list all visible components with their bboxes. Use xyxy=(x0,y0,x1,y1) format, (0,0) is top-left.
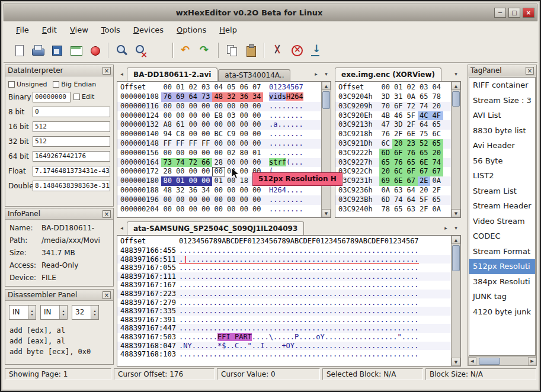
hex-byte-cell[interactable]: 02 xyxy=(225,149,238,158)
tab-dropdown-icon[interactable]: ▾ xyxy=(322,70,331,79)
hex-byte-cell[interactable]: 00 xyxy=(251,111,264,121)
hex-byte-cell[interactable]: 75 xyxy=(418,130,431,139)
scrollbar-thumb[interactable] xyxy=(479,358,500,365)
hex-byte-cell[interactable]: 66 xyxy=(200,158,213,168)
tag-item[interactable]: LIST2 xyxy=(469,168,535,184)
close-icon[interactable]: × xyxy=(103,67,111,75)
sector-text[interactable]: ........................................… xyxy=(179,281,419,289)
hex-byte-cell[interactable]: 70 xyxy=(379,102,392,111)
hex-byte-cell[interactable]: 47 xyxy=(379,120,392,130)
tag-item[interactable]: Stream Format xyxy=(469,244,535,259)
hex-byte-cell[interactable]: 00 xyxy=(225,186,238,195)
hex-byte-cell[interactable]: 28 xyxy=(212,158,225,168)
hex-byte-cell[interactable]: 2F xyxy=(418,205,431,214)
hex-byte-cell[interactable]: 80 xyxy=(161,176,174,186)
hex-byte-cell[interactable]: 6E xyxy=(418,158,431,168)
tab-ba-dd180611-2-avi[interactable]: BA-DD180611-2.avi xyxy=(127,68,217,81)
hex-byte-cell[interactable]: 6F xyxy=(392,149,405,158)
copy-icon[interactable] xyxy=(223,42,240,59)
menu-view[interactable]: View xyxy=(63,23,95,37)
hex-byte-cell[interactable]: 5F xyxy=(418,195,431,205)
tag-item[interactable]: Stream Header xyxy=(469,198,535,214)
hex-byte-cell[interactable]: 64 xyxy=(418,120,431,130)
hex-byte-cell[interactable]: 00 xyxy=(161,205,174,214)
sector-text[interactable]: ........................................… xyxy=(179,350,419,358)
spinner-arrows[interactable]: ▴▾ xyxy=(28,306,36,319)
32-bit-field[interactable]: 512 xyxy=(33,136,110,147)
64-bit-field[interactable]: 1649267442176 xyxy=(33,151,110,162)
hex-byte-cell[interactable]: 00 xyxy=(187,149,200,158)
hex-byte-cell[interactable]: 48 xyxy=(212,92,225,102)
record-icon[interactable] xyxy=(87,42,103,59)
hex-text-column[interactable]: ........ xyxy=(269,130,303,138)
hex-byte-cell[interactable]: 00 xyxy=(161,111,174,121)
hex-byte-cell[interactable]: A8 xyxy=(161,120,174,130)
hex-byte-cell[interactable]: 4C xyxy=(418,111,431,121)
hex-byte-cell[interactable]: 00 xyxy=(212,139,225,149)
replace-icon[interactable] xyxy=(132,42,149,59)
scroll-up-icon[interactable]: ▲ xyxy=(452,236,460,244)
tag-item[interactable]: 384px Resoluti xyxy=(469,274,535,290)
hex-text-column[interactable]: vidsH264 xyxy=(269,92,303,101)
hex-byte-cell[interactable]: 61 xyxy=(174,120,187,130)
hex-byte-cell[interactable]: 00 xyxy=(251,195,264,205)
hex-byte-cell[interactable]: 6C xyxy=(379,139,392,149)
double-field[interactable]: 8.1484638398363e-313 xyxy=(33,181,110,191)
hex-byte-cell[interactable]: 00 xyxy=(200,120,213,130)
hex-byte-cell[interactable]: 01 xyxy=(212,176,225,186)
hex-byte-cell[interactable]: 00 xyxy=(212,167,225,176)
sector-text[interactable]: ........................................… xyxy=(179,324,419,332)
hex-byte-cell[interactable]: 72 xyxy=(405,102,418,111)
scrollbar-thumb[interactable] xyxy=(452,245,460,271)
hex-byte-cell[interactable]: 72 xyxy=(187,158,200,168)
hex-byte-cell[interactable]: 32 xyxy=(225,92,238,102)
hex-byte-cell[interactable]: 00 xyxy=(200,195,213,205)
checksum-icon[interactable] xyxy=(307,42,324,59)
hex-byte-cell[interactable]: 00 xyxy=(251,186,264,195)
hex-byte-cell[interactable]: 65 xyxy=(405,158,418,168)
8-bit-field[interactable]: 0 xyxy=(33,107,110,117)
tab-scroll-right-icon[interactable]: ▸ xyxy=(312,70,321,79)
hex-byte-cell[interactable]: 80 xyxy=(238,149,251,158)
scroll-down-icon[interactable]: ▼ xyxy=(452,358,460,366)
vertical-scrollbar[interactable]: ▲ ▼ xyxy=(451,236,460,366)
sector-text[interactable]: .|......................................… xyxy=(179,255,419,264)
hex-byte-cell[interactable]: 00 xyxy=(200,205,213,214)
scrollbar-thumb[interactable] xyxy=(322,91,330,109)
vertical-scrollbar[interactable]: ▲ ▼ xyxy=(451,82,460,217)
hex-byte-cell[interactable]: 65 xyxy=(418,92,431,102)
tab-ata-samsung-sp2504c-s09qj1il204093[interactable]: ata-SAMSUNG_SP2504C_S09QJ1IL204093 xyxy=(127,221,304,235)
big-endian-checkbox[interactable] xyxy=(53,81,59,88)
tab-scroll-left-icon[interactable]: ◂ xyxy=(117,70,126,79)
hex-byte-cell[interactable]: 00 xyxy=(251,130,264,139)
goto-offset-icon[interactable] xyxy=(151,42,168,59)
16-bit-field[interactable]: 512 xyxy=(33,121,110,132)
hex-byte-cell[interactable]: 67 xyxy=(418,167,431,176)
hex-byte-cell[interactable]: 20 xyxy=(418,186,431,195)
hex-byte-cell[interactable]: 6C xyxy=(392,167,405,176)
scroll-right-icon[interactable]: ▶ xyxy=(528,357,536,365)
hex-byte-cell[interactable]: 00 xyxy=(251,139,264,149)
hex-byte-cell[interactable]: 00 xyxy=(212,120,225,130)
hex-byte-cell[interactable]: 20 xyxy=(430,102,443,111)
tag-item[interactable]: 512px Resoluti xyxy=(469,259,535,274)
hex-byte-cell[interactable]: 00 xyxy=(212,205,225,214)
hex-text-column[interactable]: ........ xyxy=(269,149,303,157)
hex-byte-cell[interactable]: 00 xyxy=(251,205,264,214)
hex-byte-cell[interactable]: 00 xyxy=(174,195,187,205)
hex-byte-cell[interactable]: 6C xyxy=(430,130,443,139)
hex-byte-cell[interactable]: 2F xyxy=(430,186,443,195)
hex-byte-cell[interactable]: 00 xyxy=(161,102,174,111)
hex-byte-cell[interactable]: 00 xyxy=(251,120,264,130)
hex-byte-cell[interactable]: 46 xyxy=(392,111,405,121)
hex-byte-cell[interactable]: 76 xyxy=(405,149,418,158)
hex-byte-cell[interactable]: 01 xyxy=(251,149,264,158)
hex-byte-cell[interactable]: 2F xyxy=(405,120,418,130)
hex-byte-cell[interactable]: 0A xyxy=(405,92,418,102)
sector-text[interactable]: ........................................… xyxy=(179,290,419,298)
hex-byte-cell[interactable]: 00 xyxy=(187,111,200,121)
scroll-down-icon[interactable]: ▼ xyxy=(452,209,460,217)
hex-byte-cell[interactable]: 00 xyxy=(238,158,251,168)
hex-byte-cell[interactable]: 6F xyxy=(392,102,405,111)
vertical-scrollbar[interactable]: ▲ ▼ xyxy=(321,82,331,217)
